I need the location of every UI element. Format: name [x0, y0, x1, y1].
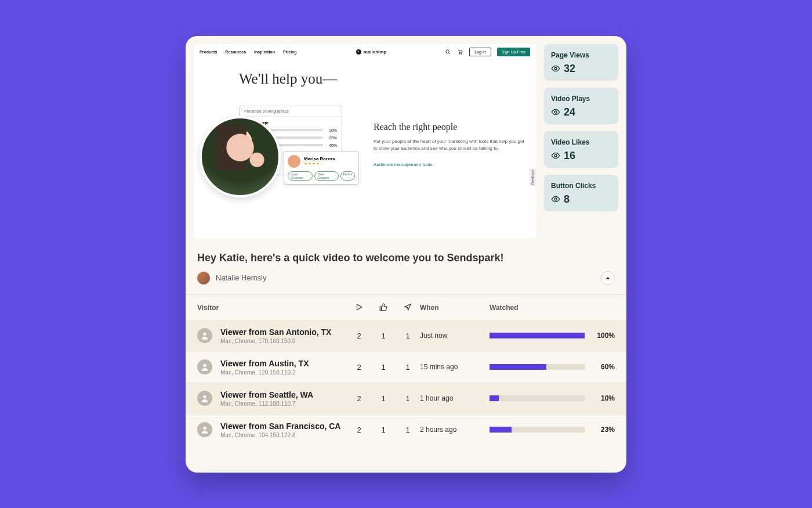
table-row[interactable]: Viewer from Austin, TX Mac, Chrome, 120.… [186, 351, 626, 383]
watched-percent: 23% [592, 426, 615, 434]
watched-progress [490, 364, 585, 370]
watched-progress-fill [490, 364, 546, 370]
stat-label: Video Likes [551, 138, 611, 146]
author-name: Natalie Hemsly [216, 273, 266, 282]
visitor-avatar-icon [197, 422, 212, 437]
eye-icon [551, 194, 560, 204]
greeting-text: Hey Katie, here's a quick video to welco… [197, 252, 615, 264]
play-count: 2 [347, 426, 371, 434]
svg-point-6 [554, 67, 557, 70]
stat-value: 32 [564, 63, 575, 75]
top-section: Products Resources Inspiration Pricing m… [186, 36, 626, 239]
stat-value: 8 [564, 193, 570, 206]
nav-inspiration[interactable]: Inspiration [254, 50, 275, 54]
visitor-meta: Mac, Chrome, 112.100.110.7 [220, 401, 347, 407]
svg-point-5 [461, 53, 462, 54]
eye-icon [551, 151, 560, 160]
star-rating-icon: ★★★★☆ [304, 161, 335, 166]
preview-hero-text: We'll help you— [194, 60, 536, 87]
visitor-title: Viewer from San Francisco, CA [220, 421, 347, 431]
visitor-title: Viewer from Austin, TX [220, 359, 347, 368]
stat-label: Page Views [551, 51, 611, 59]
like-count: 1 [371, 394, 396, 403]
send-count: 1 [396, 426, 420, 434]
customer-tag: Florida [340, 171, 355, 181]
eye-icon [551, 64, 560, 73]
customer-name: Marisa Barros [304, 156, 335, 161]
play-count: 2 [347, 332, 371, 340]
stat-card: Button Clicks 8 [544, 175, 618, 211]
author-row: Natalie Hemsly [197, 271, 615, 285]
svg-point-0 [356, 49, 361, 55]
header-send-icon [396, 303, 420, 313]
when-text: 1 hour ago [420, 394, 490, 402]
signup-button[interactable]: Sign Up Free [497, 48, 530, 56]
header-visitor: Visitor [197, 304, 347, 312]
table-row[interactable]: Viewer from Seattle, WA Mac, Chrome, 112… [186, 383, 626, 414]
stat-label: Video Plays [551, 95, 611, 103]
collapse-button[interactable] [601, 271, 615, 285]
preview-copy: Reach the right people Put your people a… [374, 122, 524, 168]
search-icon[interactable] [445, 49, 451, 55]
watched-percent: 60% [592, 363, 615, 371]
brand-text: mailchimp [364, 49, 387, 55]
login-button[interactable]: Log In [469, 48, 491, 56]
watched-percent: 10% [592, 394, 615, 402]
visitor-avatar-icon [197, 391, 212, 406]
customer-avatar [288, 155, 300, 168]
greeting-block: Hey Katie, here's a quick video to welco… [186, 239, 626, 291]
visitor-meta: Mac, Chrome, 104.150.122.8 [220, 432, 347, 438]
stat-card: Video Plays 24 [544, 88, 618, 124]
presenter-avatar [200, 116, 281, 197]
customer-tag: Loyal Customer [288, 171, 313, 181]
table-row[interactable]: Viewer from San Antonio, TX Mac, Chrome,… [186, 320, 626, 351]
preview-nav: Products Resources Inspiration Pricing m… [194, 44, 536, 60]
stat-label: Button Clicks [551, 182, 611, 190]
cart-icon[interactable] [457, 49, 463, 55]
nav-products[interactable]: Products [200, 50, 217, 54]
play-count: 2 [347, 363, 371, 372]
visitor-avatar-icon [197, 328, 212, 343]
svg-point-2 [446, 50, 449, 53]
watched-progress [490, 427, 585, 433]
visitor-title: Viewer from Seattle, WA [220, 390, 347, 399]
svg-point-10 [203, 333, 206, 336]
visitor-meta: Mac, Chrome, 170.160.150.0 [220, 338, 347, 344]
play-count: 2 [347, 394, 371, 403]
svg-point-12 [203, 395, 206, 398]
copy-link[interactable]: Audience management tools [374, 162, 432, 167]
mailchimp-logo-icon [356, 49, 362, 55]
visitor-avatar-icon [197, 359, 212, 374]
customer-card: Marisa Barros ★★★★☆ Loyal CustomerUses C… [284, 151, 359, 185]
table-header: Visitor When Watched [186, 294, 626, 320]
like-count: 1 [371, 426, 396, 434]
header-like-icon [371, 303, 396, 313]
watched-progress [490, 395, 585, 401]
watched-progress-fill [490, 333, 585, 338]
customer-tag: Uses Coupons [314, 171, 338, 181]
demographics-title: Predicted Demographics [240, 106, 342, 117]
watched-percent: 100% [592, 332, 615, 340]
send-count: 1 [396, 363, 420, 372]
like-count: 1 [371, 363, 396, 372]
svg-point-9 [554, 198, 557, 200]
visitor-table: Visitor When Watched Viewer from San Ant… [186, 294, 626, 445]
analytics-card: Products Resources Inspiration Pricing m… [186, 36, 626, 473]
visitor-meta: Mac, Chrome, 120.150.110.2 [220, 369, 347, 376]
svg-point-11 [203, 364, 206, 367]
website-preview: Products Resources Inspiration Pricing m… [194, 44, 536, 239]
preview-body: Predicted Demographics Age Range 10%25%4… [194, 87, 536, 226]
visitor-title: Viewer from San Antonio, TX [220, 327, 347, 337]
like-count: 1 [371, 332, 396, 340]
header-watched: Watched [490, 304, 615, 312]
chevron-up-icon [605, 275, 611, 281]
nav-pricing[interactable]: Pricing [283, 50, 297, 54]
stats-column: Page Views 32Video Plays 24Video Likes 1… [544, 44, 618, 239]
copy-body: Put your people at the heart of your mar… [374, 138, 524, 152]
svg-point-8 [554, 154, 557, 157]
copy-heading: Reach the right people [374, 122, 524, 132]
nav-resources[interactable]: Resources [225, 50, 246, 54]
feedback-tab[interactable]: Feedback [529, 168, 536, 186]
table-row[interactable]: Viewer from San Francisco, CA Mac, Chrom… [186, 414, 626, 445]
send-count: 1 [396, 332, 420, 340]
